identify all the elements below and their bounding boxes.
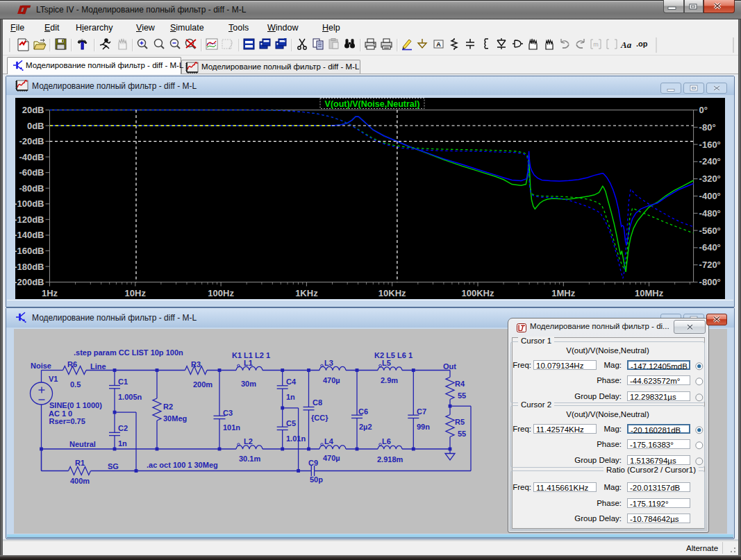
svg-text:2µ2: 2µ2 — [359, 423, 372, 431]
svg-text:C4: C4 — [286, 377, 297, 386]
svg-text:L6: L6 — [382, 437, 391, 446]
svg-text:-40dB: -40dB — [19, 152, 44, 162]
svg-text:-400°: -400° — [699, 191, 721, 201]
svg-text:-560°: -560° — [699, 226, 721, 236]
svg-text:1n: 1n — [286, 393, 295, 401]
svg-text:Out: Out — [443, 362, 456, 371]
svg-text:SINE(0 1 1000): SINE(0 1 1000) — [49, 401, 102, 409]
svg-text:-140dB: -140dB — [15, 230, 44, 240]
svg-text:-640°: -640° — [699, 242, 721, 253]
svg-text:-20dB: -20dB — [19, 136, 44, 146]
svg-text:100Hz: 100Hz — [208, 288, 234, 298]
svg-text:10MHz: 10MHz — [635, 288, 664, 298]
svg-text:-60dB: -60dB — [19, 167, 44, 178]
svg-text:R6: R6 — [67, 360, 77, 368]
svg-text:1.01n: 1.01n — [286, 434, 306, 443]
svg-text:30.1m: 30.1m — [239, 455, 260, 463]
svg-text:R4: R4 — [455, 380, 465, 388]
svg-text:-320°: -320° — [699, 173, 721, 184]
svg-text:1MHz: 1MHz — [551, 288, 575, 298]
svg-text:Line: Line — [90, 362, 106, 371]
svg-text:-800°: -800° — [699, 277, 721, 287]
svg-text:-120dB: -120dB — [15, 214, 44, 225]
svg-text:R2: R2 — [163, 402, 173, 411]
svg-text:1n: 1n — [118, 439, 127, 448]
svg-text:400m: 400m — [70, 477, 90, 485]
svg-text:C5: C5 — [286, 419, 296, 427]
svg-text:200m: 200m — [193, 380, 213, 389]
svg-text:1Hz: 1Hz — [42, 288, 58, 298]
svg-text:0dB: 0dB — [27, 121, 44, 131]
svg-text:0.5: 0.5 — [70, 380, 81, 389]
svg-text:470µ: 470µ — [323, 376, 340, 384]
svg-text:C8: C8 — [313, 398, 322, 407]
svg-text:.step param CC LIST 10p 100n: .step param CC LIST 10p 100n — [74, 348, 183, 357]
svg-text:1KHz: 1KHz — [295, 288, 318, 298]
svg-text:-160dB: -160dB — [15, 246, 44, 256]
svg-text:50p: 50p — [310, 475, 323, 484]
svg-text:.ac oct 100 1 30Meg: .ac oct 100 1 30Meg — [147, 461, 218, 469]
svg-text:R3: R3 — [191, 360, 201, 368]
svg-text:L1: L1 — [244, 359, 253, 367]
svg-text:.op: .op — [636, 40, 648, 48]
svg-text:-720°: -720° — [699, 260, 721, 270]
svg-text:-80dB: -80dB — [19, 183, 44, 194]
svg-text:K2 L5 L6 1: K2 L5 L6 1 — [374, 351, 413, 359]
svg-text:-240°: -240° — [699, 156, 721, 167]
svg-text:C2: C2 — [118, 424, 128, 432]
svg-text:C7: C7 — [417, 407, 426, 416]
svg-text:C6: C6 — [358, 407, 368, 416]
svg-text:30m: 30m — [241, 380, 256, 388]
svg-text:55: 55 — [458, 391, 466, 400]
svg-text:L2: L2 — [244, 437, 253, 446]
svg-text:{CC}: {CC} — [311, 414, 328, 422]
svg-text:Aa: Aa — [620, 40, 632, 50]
svg-text:100KHz: 100KHz — [462, 288, 494, 298]
svg-text:20dB: 20dB — [22, 105, 44, 115]
svg-text:-200dB: -200dB — [15, 277, 44, 287]
svg-text:Noise: Noise — [31, 362, 51, 370]
svg-text:m: m — [593, 41, 599, 48]
svg-text:-100dB: -100dB — [15, 198, 44, 209]
svg-text:L5: L5 — [382, 359, 391, 367]
svg-text:Rser=0.75: Rser=0.75 — [49, 417, 85, 425]
svg-text:30Meg: 30Meg — [163, 414, 187, 423]
svg-text:0°: 0° — [699, 105, 708, 115]
svg-text:R5: R5 — [455, 418, 465, 426]
svg-text:55: 55 — [458, 430, 466, 438]
svg-text:1.005n: 1.005n — [118, 393, 142, 401]
svg-text:-160°: -160° — [699, 139, 721, 150]
svg-text:V1: V1 — [49, 375, 58, 383]
svg-text:10KHz: 10KHz — [378, 288, 406, 298]
svg-text:Neutral: Neutral — [69, 440, 96, 448]
svg-text:2.918m: 2.918m — [377, 455, 403, 464]
svg-text:V(out)/V(Noise,Neutral): V(out)/V(Noise,Neutral) — [325, 99, 420, 109]
svg-text:99n: 99n — [417, 423, 430, 431]
svg-text:10Hz: 10Hz — [125, 288, 147, 298]
svg-text:-80°: -80° — [699, 122, 716, 133]
svg-text:101n: 101n — [223, 423, 240, 432]
svg-text:L4: L4 — [324, 437, 334, 446]
svg-text:A: A — [436, 41, 441, 48]
svg-text:2.9m: 2.9m — [381, 376, 398, 384]
svg-text:-480°: -480° — [699, 208, 721, 219]
svg-text:C3: C3 — [223, 409, 233, 417]
svg-text:R1: R1 — [75, 459, 85, 467]
svg-text:470µ: 470µ — [323, 454, 340, 462]
svg-text:-180dB: -180dB — [15, 262, 44, 272]
svg-text:L3: L3 — [324, 359, 333, 367]
svg-text:SG: SG — [108, 462, 119, 470]
svg-text:C1: C1 — [118, 377, 128, 386]
svg-text:C9: C9 — [308, 459, 318, 467]
